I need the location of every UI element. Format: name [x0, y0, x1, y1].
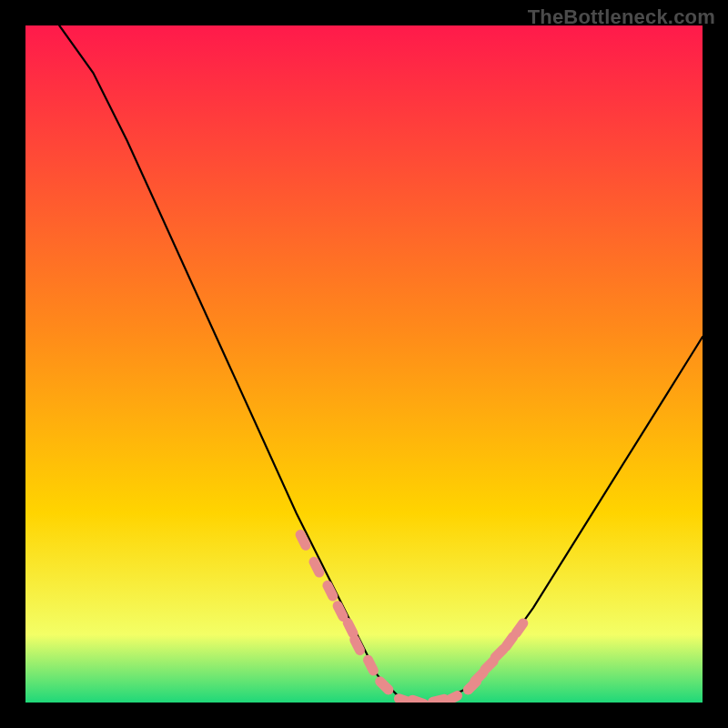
gradient-background: [25, 25, 703, 703]
chart-frame: TheBottleneck.com: [0, 0, 728, 728]
chart-plot: [25, 25, 703, 703]
watermark-text: TheBottleneck.com: [528, 5, 715, 29]
chart-svg: [25, 25, 703, 703]
